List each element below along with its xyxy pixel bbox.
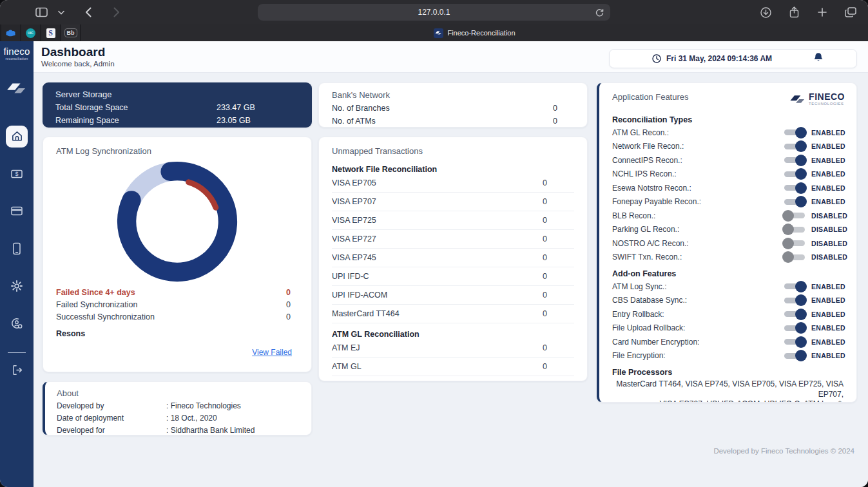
feature-toggle-row: SWIFT Txn. Recon.: DISABLED: [612, 251, 845, 265]
active-tab[interactable]: Fineco-Reconciliation: [81, 24, 868, 41]
sidebar-item-home[interactable]: [6, 126, 28, 148]
cloud-tab-icon: [5, 29, 16, 37]
addon-features-heading: Add-on Features: [612, 269, 845, 280]
unmapped-row: VISA EP707 0: [332, 193, 574, 211]
unmapped-row: MasterCard TT464 0: [332, 305, 574, 323]
recon-types-heading: Reconciliation Types: [612, 115, 845, 126]
feature-toggle-switch[interactable]: [784, 171, 805, 177]
nfr-heading: Network File Reconciliation: [332, 165, 574, 174]
server-storage-row: Remaining Space 23.05 GB: [55, 116, 299, 125]
feature-toggle-row: File Encryption: ENABLED: [612, 349, 845, 363]
pinned-tab-uic[interactable]: UIC: [21, 24, 40, 41]
sidebar-divider: [8, 352, 26, 353]
toggle-state-label: ENABLED: [811, 157, 845, 164]
address-bar[interactable]: 127.0.0.1: [258, 4, 610, 21]
toggle-state-label: ENABLED: [811, 184, 845, 192]
clock-icon: [652, 54, 661, 63]
feature-toggle-row: ATM Log Sync.: ENABLED: [612, 280, 845, 294]
feature-toggle-switch[interactable]: [784, 311, 805, 317]
feature-toggle-row: Entry Rollback: ENABLED: [612, 307, 845, 321]
server-storage-row: Total Storage Space 233.47 GB: [55, 103, 299, 112]
features-title: Application Features: [612, 92, 689, 102]
feature-toggle-switch[interactable]: [784, 157, 805, 163]
notifications-bell-icon[interactable]: [814, 52, 823, 65]
bank-network-title: Bank's Network: [332, 90, 574, 100]
sidebar-item-logout[interactable]: [6, 359, 28, 381]
toggle-state-label: ENABLED: [811, 129, 845, 137]
sidebar-item-transactions[interactable]: $: [6, 163, 28, 185]
application-features-card: Application Features FINECO TECHNOLOGIES…: [597, 82, 857, 403]
pinned-tab-bb[interactable]: Bb: [61, 24, 80, 41]
new-tab-icon[interactable]: [814, 5, 831, 20]
feature-toggle-switch[interactable]: [784, 353, 805, 359]
fineco-logo-mark-icon: [789, 92, 806, 106]
app-sidebar: fineco reconciliation $: [0, 41, 34, 487]
feature-toggle-row: ConnectIPS Recon.: ENABLED: [612, 153, 845, 167]
chevron-down-icon[interactable]: [57, 5, 66, 20]
forward-button[interactable]: [108, 5, 125, 20]
toggle-state-label: DISABLED: [811, 225, 845, 233]
sidebar-item-cards[interactable]: [6, 200, 28, 222]
reasons-label: Resons: [56, 329, 298, 338]
fineco-favicon-icon: [434, 28, 443, 38]
feature-toggle-switch[interactable]: [784, 199, 805, 205]
atm-sync-donut-chart: [56, 158, 298, 285]
atm-sync-stat-row: Failed Synchronization 0: [56, 300, 298, 309]
brand-name: fineco: [3, 46, 30, 56]
feature-toggle-switch[interactable]: [784, 213, 805, 218]
unmapped-row: UPI IFD-C 0: [332, 267, 574, 286]
toggle-state-label: ENABLED: [811, 296, 845, 304]
feature-toggle-switch[interactable]: [784, 254, 805, 260]
feature-toggle-row: BLB Recon.: DISABLED: [612, 209, 845, 223]
sidebar-item-settings[interactable]: [6, 275, 28, 297]
toggle-state-label: DISABLED: [811, 212, 845, 220]
datetime-text: Fri 31 May, 2024 09:14:36 AM: [666, 54, 772, 63]
atm-sync-title: ATM Log Synchronization: [56, 146, 298, 156]
brand-subtitle: reconciliation: [3, 57, 30, 61]
share-icon[interactable]: [786, 5, 802, 20]
pinned-tab-cloud[interactable]: [1, 24, 20, 41]
toggle-state-label: ENABLED: [811, 310, 845, 318]
feature-toggle-row: Network File Recon.: ENABLED: [612, 140, 845, 154]
feature-toggle-switch[interactable]: [784, 144, 805, 149]
reload-icon[interactable]: [593, 6, 605, 18]
unmapped-transactions-card: Unmapped Transactions Network File Recon…: [318, 137, 588, 381]
feature-toggle-switch[interactable]: [784, 283, 805, 289]
uic-tab-icon: UIC: [26, 28, 35, 38]
gear-icon: [10, 280, 23, 292]
user-support-icon: [10, 317, 23, 330]
view-failed-link[interactable]: View Failed: [252, 348, 292, 357]
tab-title: Fineco-Reconciliation: [447, 29, 515, 37]
toggle-state-label: DISABLED: [811, 240, 845, 247]
svg-text:$: $: [15, 171, 18, 177]
tab-bar: UIC S Bb Fineco-Reconciliation: [0, 24, 868, 41]
bb-tab-icon: Bb: [64, 28, 77, 37]
feature-toggle-switch[interactable]: [784, 185, 805, 191]
feature-toggle-switch[interactable]: [784, 325, 805, 331]
unmapped-row: ATM GL 0: [332, 358, 574, 376]
downloads-icon[interactable]: [757, 5, 774, 20]
feature-toggle-switch[interactable]: [784, 129, 805, 135]
bank-network-row: No. of Branches 0: [332, 104, 574, 113]
feature-toggle-switch[interactable]: [784, 227, 805, 233]
feature-toggle-switch[interactable]: [784, 298, 805, 303]
sidebar-toggle-icon[interactable]: [34, 5, 50, 20]
page-header: Dashboard Welcome back, Admin Fri 31 May…: [34, 41, 868, 73]
home-icon: [11, 130, 23, 142]
tab-overview-icon[interactable]: [842, 5, 859, 20]
toggle-state-label: ENABLED: [811, 142, 845, 150]
pinned-tab-s[interactable]: S: [41, 24, 60, 41]
fineco-logo-icon: [6, 79, 28, 100]
unmapped-row: VISA EP705 0: [332, 174, 574, 193]
sidebar-item-support[interactable]: [6, 312, 28, 334]
file-processors-list: MasterCard TT464, VISA EP745, VISA EP705…: [612, 379, 845, 403]
feature-toggle-row: Card Number Encryption: ENABLED: [612, 335, 845, 349]
toggle-state-label: ENABLED: [811, 338, 845, 346]
sidebar-item-mobile[interactable]: [6, 238, 28, 260]
back-button[interactable]: [80, 5, 97, 20]
browser-toolbar: 127.0.0.1: [0, 0, 868, 24]
about-row: Developed by : Fineco Technologies: [57, 401, 298, 410]
feature-toggle-switch[interactable]: [784, 240, 805, 246]
credit-card-icon: [10, 205, 23, 216]
feature-toggle-switch[interactable]: [784, 339, 805, 345]
